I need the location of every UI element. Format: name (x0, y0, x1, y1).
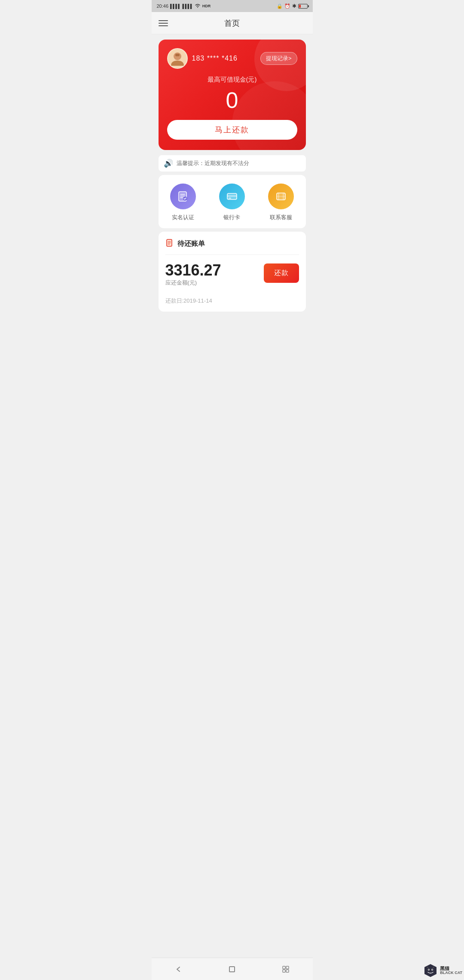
loan-card: 183 **** *416 提现记录> 最高可借现金(元) 0 马上还款 (159, 40, 306, 150)
svg-rect-9 (229, 198, 231, 199)
svg-rect-1 (175, 54, 180, 56)
avatar (167, 48, 188, 69)
notice-bar: 🔊 温馨提示：近期发现有不法分 (159, 155, 306, 172)
page-title: 首页 (224, 18, 240, 28)
bill-amount-label: 应还金额(元) (165, 279, 221, 287)
menu-line-3 (159, 25, 168, 26)
menu-line-1 (159, 20, 168, 21)
pending-bill-header: 待还账单 (165, 239, 299, 255)
battery-icon (298, 4, 308, 9)
signal-icon: ▌▌▌▌ (170, 4, 180, 9)
hdr-label: HDR (202, 4, 211, 8)
action-icons-section: 实名认证 银行卡 联系客服 (159, 175, 306, 228)
status-bar: 20:46 ▌▌▌▌ ▌▌▌▌ HDR 🔒 ⏰ ✱ (152, 0, 313, 12)
svg-rect-20 (286, 966, 289, 969)
lock-icon: 🔒 (277, 3, 283, 9)
svg-rect-19 (283, 966, 285, 969)
time-display: 20:46 (157, 3, 169, 9)
bill-icon (165, 239, 174, 249)
real-name-label: 实名认证 (172, 214, 194, 221)
pending-bill-section: 待还账单 3316.27 应还金额(元) 还款 还款日:2019-11-14 (159, 232, 306, 312)
notice-text: 温馨提示：近期发现有不法分 (177, 159, 249, 167)
home-nav-button[interactable] (221, 961, 243, 978)
menu-line-2 (159, 23, 168, 24)
repay-now-button[interactable]: 还款 (264, 263, 299, 283)
recent-nav-button[interactable] (275, 961, 296, 978)
bank-card-action[interactable]: 银行卡 (219, 184, 245, 221)
bluetooth-icon: ✱ (292, 3, 296, 9)
svg-rect-8 (227, 195, 237, 197)
wifi-icon (195, 3, 201, 9)
bottom-nav (152, 958, 313, 980)
svg-rect-21 (283, 970, 285, 972)
real-name-action[interactable]: 实名认证 (170, 184, 196, 221)
status-left: 20:46 ▌▌▌▌ ▌▌▌▌ HDR (157, 3, 211, 9)
loan-amount: 0 (167, 89, 297, 111)
bill-amount: 3316.27 (165, 262, 221, 279)
bill-amount-row: 3316.27 应还金额(元) 还款 (165, 262, 299, 294)
signal2-icon: ▌▌▌▌ (182, 4, 192, 9)
contact-service-label: 联系客服 (270, 214, 292, 221)
svg-rect-18 (229, 967, 235, 972)
real-name-icon-circle (170, 184, 196, 209)
max-loan-label: 最高可借现金(元) (167, 76, 297, 84)
speaker-icon: 🔊 (164, 159, 173, 168)
bill-amount-group: 3316.27 应还金额(元) (165, 262, 221, 294)
repay-button[interactable]: 马上还款 (167, 120, 297, 140)
back-nav-button[interactable] (168, 961, 189, 978)
withdraw-record-button[interactable]: 提现记录> (260, 52, 297, 65)
alarm-icon: ⏰ (284, 3, 290, 9)
user-phone: 183 **** *416 (192, 55, 238, 62)
user-info: 183 **** *416 (167, 48, 238, 69)
bank-card-icon-circle (219, 184, 245, 209)
menu-button[interactable] (159, 20, 168, 26)
status-right: 🔒 ⏰ ✱ (277, 3, 308, 9)
card-top-row: 183 **** *416 提现记录> (167, 48, 297, 69)
header: 首页 (152, 12, 313, 34)
bank-card-label: 银行卡 (223, 214, 240, 221)
svg-rect-22 (286, 970, 289, 972)
contact-service-action[interactable]: 联系客服 (268, 184, 294, 221)
main-content: 183 **** *416 提现记录> 最高可借现金(元) 0 马上还款 🔊 温… (152, 40, 313, 345)
contact-service-icon-circle (268, 184, 294, 209)
pending-bill-title: 待还账单 (177, 239, 205, 248)
due-date: 还款日:2019-11-14 (165, 297, 299, 305)
